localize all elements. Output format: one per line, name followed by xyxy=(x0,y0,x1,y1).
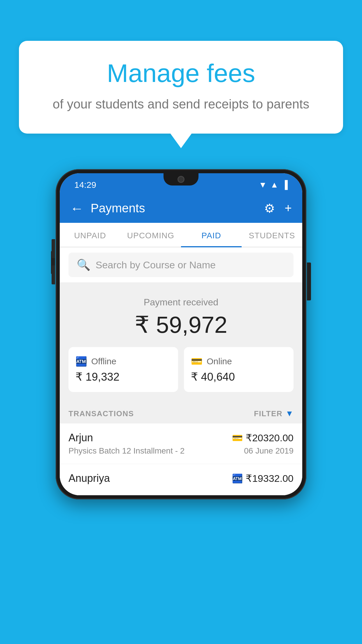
payment-cards: 🏧 Offline ₹ 19,332 💳 Online ₹ 40,640 xyxy=(68,347,294,392)
offline-card-header: 🏧 Offline xyxy=(75,356,116,367)
volume-down-button xyxy=(52,265,55,284)
transaction-top: Arjun 💳 ₹20320.00 xyxy=(68,432,294,444)
course-info: Physics Batch 12 Installment - 2 xyxy=(68,446,184,456)
online-payment-icon: 💳 xyxy=(232,433,243,443)
speech-bubble-heading: Manage fees xyxy=(42,58,320,88)
app-bar-actions: ⚙ + xyxy=(264,201,292,216)
online-payment-card: 💳 Online ₹ 40,640 xyxy=(184,347,294,392)
status-time: 14:29 xyxy=(74,180,96,190)
search-input[interactable]: Search by Course or Name xyxy=(96,259,216,271)
speech-bubble: Manage fees of your students and send re… xyxy=(19,41,343,134)
transactions-label: TRANSACTIONS xyxy=(68,409,134,418)
student-name: Anupriya xyxy=(68,472,110,484)
transaction-top: Anupriya 🏧 ₹19332.00 xyxy=(68,472,294,484)
offline-label: Offline xyxy=(91,356,116,366)
transactions-header: TRANSACTIONS FILTER ▼ xyxy=(60,401,302,424)
search-input-container[interactable]: 🔍 Search by Course or Name xyxy=(68,253,294,277)
phone-screen: 14:29 ▼ ▲ ▐ ← Payments ⚙ + xyxy=(60,173,302,495)
signal-icon: ▲ xyxy=(270,180,278,190)
table-row[interactable]: Arjun 💳 ₹20320.00 Physics Batch 12 Insta… xyxy=(60,424,302,464)
phone-device: 14:29 ▼ ▲ ▐ ← Payments ⚙ + xyxy=(56,169,306,499)
online-card-header: 💳 Online xyxy=(191,356,232,367)
app-bar: ← Payments ⚙ + xyxy=(60,194,302,223)
student-name: Arjun xyxy=(68,432,93,444)
payment-summary: Payment received ₹ 59,972 🏧 Offline ₹ 19… xyxy=(60,282,302,401)
filter-container[interactable]: FILTER ▼ xyxy=(254,409,294,418)
filter-label: FILTER xyxy=(254,409,282,418)
offline-amount: ₹ 19,332 xyxy=(75,370,120,383)
settings-button[interactable]: ⚙ xyxy=(264,201,275,216)
transaction-date: 06 June 2019 xyxy=(244,446,294,456)
app-bar-title: Payments xyxy=(91,201,257,215)
online-amount: ₹ 40,640 xyxy=(191,370,235,383)
table-row[interactable]: Anupriya 🏧 ₹19332.00 xyxy=(60,464,302,495)
amount-container: 🏧 ₹19332.00 xyxy=(232,473,294,484)
payment-received-label: Payment received xyxy=(68,297,294,308)
back-button[interactable]: ← xyxy=(70,200,84,216)
front-camera xyxy=(178,176,184,183)
speech-bubble-subtext: of your students and send receipts to pa… xyxy=(42,95,320,113)
amount-container: 💳 ₹20320.00 xyxy=(232,432,294,444)
wifi-icon: ▼ xyxy=(259,180,267,190)
transaction-amount: ₹20320.00 xyxy=(246,432,294,444)
volume-up-button xyxy=(52,239,55,258)
transaction-bottom: Physics Batch 12 Installment - 2 06 June… xyxy=(68,446,294,456)
phone-notch xyxy=(164,173,198,186)
power-button xyxy=(307,262,310,300)
tab-unpaid[interactable]: UNPAID xyxy=(60,223,120,247)
transaction-amount: ₹19332.00 xyxy=(246,473,294,484)
status-icons: ▼ ▲ ▐ xyxy=(259,180,288,190)
filter-icon: ▼ xyxy=(285,409,294,418)
tab-students[interactable]: STUDENTS xyxy=(242,223,302,247)
speech-bubble-container: Manage fees of your students and send re… xyxy=(19,41,343,134)
battery-icon: ▐ xyxy=(282,180,288,190)
add-button[interactable]: + xyxy=(284,201,292,215)
offline-icon: 🏧 xyxy=(75,356,87,367)
search-icon: 🔍 xyxy=(77,258,90,271)
tabs-bar: UNPAID UPCOMING PAID STUDENTS xyxy=(60,223,302,247)
tab-paid[interactable]: PAID xyxy=(181,223,242,247)
tab-upcoming[interactable]: UPCOMING xyxy=(120,223,181,247)
online-icon: 💳 xyxy=(191,356,203,367)
offline-payment-icon: 🏧 xyxy=(232,473,243,484)
offline-payment-card: 🏧 Offline ₹ 19,332 xyxy=(68,347,178,392)
search-bar: 🔍 Search by Course or Name xyxy=(60,247,302,282)
payment-total-amount: ₹ 59,972 xyxy=(68,311,294,338)
online-label: Online xyxy=(207,356,232,366)
